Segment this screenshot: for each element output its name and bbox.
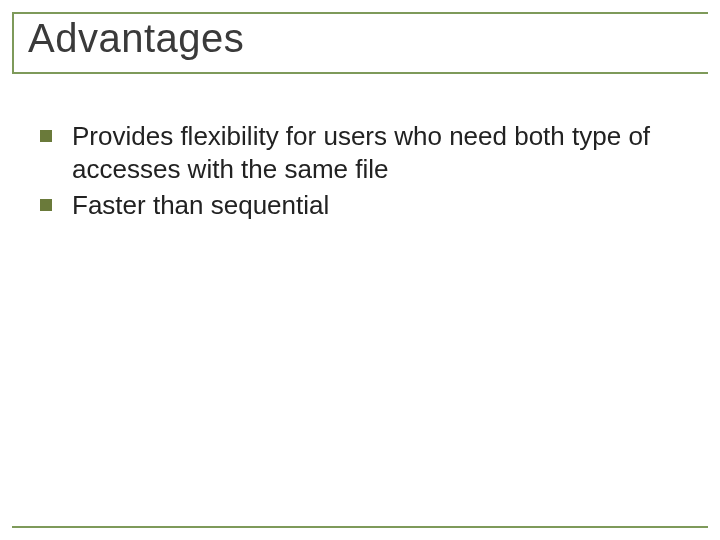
square-bullet-icon [40,199,52,211]
slide-title: Advantages [28,16,244,61]
list-item: Faster than sequential [40,189,680,222]
title-underline [12,72,708,74]
border-bottom [12,526,708,528]
square-bullet-icon [40,130,52,142]
list-item: Provides flexibility for users who need … [40,120,680,185]
border-top [12,12,708,14]
slide: Advantages Provides flexibility for user… [0,0,720,540]
bullet-text: Faster than sequential [72,189,329,222]
content-area: Provides flexibility for users who need … [40,120,680,226]
bullet-text: Provides flexibility for users who need … [72,120,680,185]
border-left-stub [12,12,14,72]
